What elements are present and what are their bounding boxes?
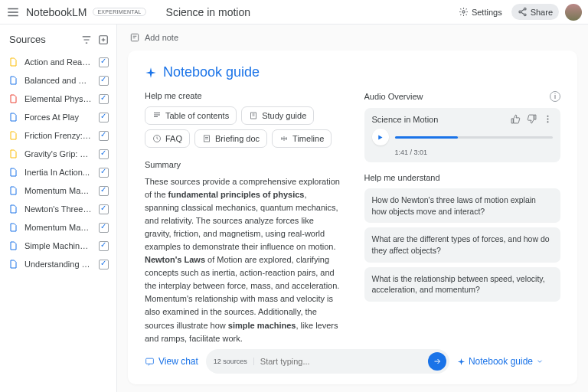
add-source-icon[interactable] — [98, 34, 109, 45]
topbar: NotebookLM EXPERIMENTAL Science in motio… — [0, 0, 588, 24]
source-checkbox[interactable] — [99, 113, 109, 122]
sources-sidebar: Sources Action and ReactionBalanced and … — [0, 24, 117, 392]
source-label: Momentum Mania: Inves... — [24, 186, 93, 195]
share-button[interactable]: Share — [511, 4, 559, 20]
svg-rect-11 — [146, 358, 154, 364]
svg-point-9 — [547, 119, 549, 120]
send-button[interactable] — [428, 352, 446, 371]
chat-input-wrap: 12 sources — [206, 349, 449, 374]
source-checkbox[interactable] — [99, 204, 109, 214]
chip-icon — [152, 134, 162, 143]
create-chip[interactable]: Briefing doc — [194, 129, 267, 148]
create-chip[interactable]: Timeline — [272, 129, 332, 148]
source-item[interactable]: Balanced and Unbalance... — [5, 71, 112, 90]
create-chip[interactable]: Study guide — [241, 106, 314, 125]
suggested-question[interactable]: How do Newton's three laws of motion exp… — [364, 188, 561, 223]
source-item[interactable]: Elemental Physics, Third... — [5, 90, 112, 108]
doc-icon — [8, 130, 18, 141]
doc-icon — [8, 149, 18, 159]
understand-label: Help me understand — [364, 173, 561, 182]
doc-icon — [8, 204, 18, 214]
source-count: 12 sources — [214, 358, 254, 365]
add-note-button[interactable]: Add note — [117, 24, 588, 51]
thumbs-up-icon[interactable] — [511, 114, 521, 124]
svg-rect-5 — [131, 34, 138, 41]
play-button[interactable] — [372, 129, 389, 145]
sources-heading: Sources — [9, 34, 46, 45]
notebook-title[interactable]: Science in motion — [166, 6, 251, 18]
suggested-question[interactable]: What are the different types of forces, … — [364, 227, 561, 262]
source-checkbox[interactable] — [99, 94, 109, 104]
source-checkbox[interactable] — [99, 260, 109, 270]
settings-button[interactable]: Settings — [452, 4, 508, 20]
user-avatar[interactable] — [565, 4, 582, 21]
source-label: Understanding Speed, Ve... — [24, 260, 93, 269]
chat-icon — [145, 357, 155, 367]
thumbs-down-icon[interactable] — [527, 114, 537, 124]
source-checkbox[interactable] — [99, 168, 109, 178]
doc-icon — [8, 93, 18, 104]
source-item[interactable]: Inertia In Action... — [5, 163, 112, 181]
source-item[interactable]: Momentum Mania: Inves... — [5, 218, 112, 237]
experimental-badge: EXPERIMENTAL — [93, 8, 145, 16]
chip-icon — [279, 134, 289, 143]
source-item[interactable]: Friction Frenzy: Explorin... — [5, 126, 112, 145]
progress-bar[interactable] — [395, 136, 554, 139]
doc-icon — [8, 75, 18, 86]
source-label: Gravity's Grip: The Force... — [24, 149, 93, 158]
source-label: Momentum Mania: Inves... — [24, 223, 93, 232]
sparkle-icon — [457, 358, 466, 366]
source-checkbox[interactable] — [99, 76, 109, 86]
view-chat-button[interactable]: View chat — [145, 356, 198, 367]
source-label: Inertia In Action... — [24, 168, 93, 177]
note-icon — [129, 32, 140, 43]
arrow-right-icon — [433, 357, 442, 366]
chevron-down-icon — [536, 358, 544, 365]
doc-icon — [8, 240, 18, 251]
chip-icon — [249, 111, 258, 120]
more-icon[interactable] — [543, 114, 553, 124]
notebook-guide-card: Notebook guide Help me create Table of c… — [128, 51, 577, 384]
source-checkbox[interactable] — [99, 223, 109, 233]
doc-icon — [8, 222, 18, 233]
notebook-guide-button[interactable]: Notebook guide — [457, 356, 544, 367]
audio-overview-label: Audio Overview — [364, 92, 423, 101]
gear-icon — [459, 7, 469, 17]
info-icon[interactable]: i — [550, 91, 560, 102]
source-item[interactable]: Gravity's Grip: The Force... — [5, 145, 112, 163]
audio-time: 1:41 / 3:01 — [395, 149, 554, 156]
menu-icon[interactable] — [6, 5, 20, 19]
doc-icon — [8, 259, 18, 270]
svg-rect-7 — [204, 136, 210, 142]
source-item[interactable]: Understanding Speed, Ve... — [5, 255, 112, 273]
source-checkbox[interactable] — [99, 131, 109, 141]
source-item[interactable]: Newton's Three Laws... — [5, 200, 112, 218]
source-checkbox[interactable] — [99, 241, 109, 251]
filter-icon[interactable] — [81, 34, 92, 45]
create-chip[interactable]: FAQ — [145, 129, 190, 148]
chat-input[interactable] — [260, 357, 428, 366]
audio-title: Science in Motion — [372, 115, 439, 124]
sparkle-icon — [145, 67, 157, 79]
create-chip[interactable]: Table of contents — [145, 106, 237, 125]
svg-point-8 — [547, 116, 549, 117]
source-label: Friction Frenzy: Explorin... — [24, 131, 93, 140]
source-label: Elemental Physics, Third... — [24, 94, 93, 103]
source-checkbox[interactable] — [99, 149, 109, 159]
help-create-label: Help me create — [145, 91, 341, 100]
source-item[interactable]: Action and Reaction — [5, 53, 112, 71]
source-checkbox[interactable] — [99, 57, 109, 67]
svg-point-0 — [462, 11, 465, 13]
chip-icon — [152, 111, 162, 120]
source-item[interactable]: Forces At Play — [5, 108, 112, 126]
svg-point-10 — [547, 121, 549, 122]
doc-icon — [8, 167, 18, 178]
source-item[interactable]: Simple Machines Make... — [5, 237, 112, 255]
source-label: Simple Machines Make... — [24, 241, 93, 250]
source-item[interactable]: Momentum Mania: Inves... — [5, 181, 112, 200]
chip-icon — [202, 134, 211, 143]
doc-icon — [8, 185, 18, 196]
content-area: Add note Notebook guide Help me create T… — [117, 24, 588, 392]
suggested-question[interactable]: What is the relationship between speed, … — [364, 267, 561, 302]
source-checkbox[interactable] — [99, 186, 109, 196]
